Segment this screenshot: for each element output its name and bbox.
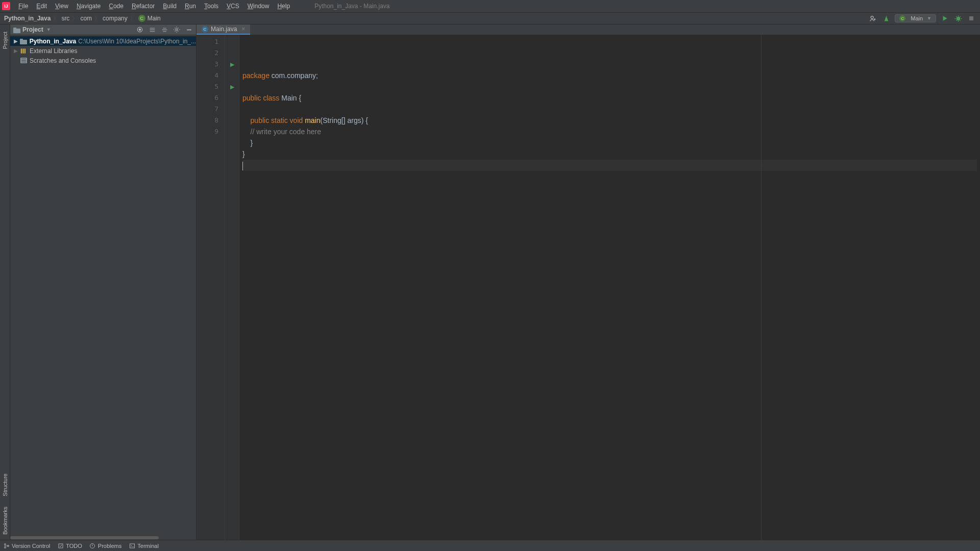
run-gutter-icon[interactable]: ▶ — [230, 84, 234, 90]
scratches-icon — [19, 58, 28, 63]
bookmarks-tool-button[interactable]: Bookmarks — [1, 502, 9, 540]
title-bar: IJ FileEditViewNavigateCodeRefactorBuild… — [0, 0, 980, 12]
breadcrumb-separator-icon: 〉 — [130, 15, 136, 22]
code-line[interactable]: // write your code here — [242, 126, 977, 137]
code-editor[interactable]: package com.company; public class Main {… — [239, 35, 980, 540]
menu-tools[interactable]: Tools — [200, 3, 223, 10]
build-icon[interactable] — [881, 14, 891, 23]
structure-tool-button[interactable]: Structure — [1, 468, 9, 502]
breadcrumb-class[interactable]: Main — [148, 15, 161, 22]
run-config-selector[interactable]: C Main ▼ — [895, 14, 936, 22]
line-number[interactable]: 9 — [197, 126, 225, 137]
project-tool-button[interactable]: Project — [1, 28, 9, 53]
gutter-marker[interactable] — [225, 104, 239, 115]
todo-icon — [57, 542, 64, 549]
breadcrumb-segment[interactable]: src — [61, 15, 69, 22]
code-line[interactable]: public class Main { — [242, 92, 977, 104]
gutter-marker[interactable] — [225, 92, 239, 104]
code-line[interactable] — [242, 81, 977, 92]
terminal-icon — [129, 542, 135, 549]
menu-build[interactable]: Build — [159, 3, 181, 10]
project-tree[interactable]: ▶ Python_in_Java C:\Users\Win 10\IdeaPro… — [10, 35, 196, 536]
root-label: Python_in_Java — [30, 38, 76, 45]
menu-refactor[interactable]: Refactor — [128, 3, 159, 10]
menu-file[interactable]: File — [14, 3, 32, 10]
tree-root-node[interactable]: ▶ Python_in_Java C:\Users\Win 10\IdeaPro… — [10, 36, 196, 46]
tree-external-libraries[interactable]: ▶ External Libraries — [10, 46, 196, 56]
run-button[interactable] — [940, 14, 949, 23]
code-line[interactable]: } — [242, 148, 977, 160]
project-view-title[interactable]: Project — [22, 26, 43, 33]
line-number[interactable]: 7 — [197, 104, 225, 115]
line-number[interactable]: 3 — [197, 59, 225, 70]
expand-all-icon[interactable] — [148, 26, 156, 34]
gutter-marker[interactable] — [225, 115, 239, 126]
breadcrumb-segment[interactable]: company — [103, 15, 128, 22]
folder-icon — [13, 27, 20, 33]
expand-arrow-icon[interactable]: ▶ — [12, 38, 19, 44]
menu-navigate[interactable]: Navigate — [72, 3, 105, 10]
menu-window[interactable]: Window — [243, 3, 274, 10]
line-number[interactable]: 1 — [197, 36, 225, 47]
chevron-down-icon[interactable]: ▼ — [46, 27, 51, 32]
main-content: Project Project ▼ ▶ Python_in_Java — [0, 24, 980, 540]
line-number[interactable]: 4 — [197, 70, 225, 81]
run-config-name: Main — [911, 15, 923, 21]
line-number-gutter[interactable]: 123456789 — [197, 35, 225, 540]
menu-run[interactable]: Run — [181, 3, 200, 10]
breadcrumb-segment[interactable]: Python_in_Java — [4, 15, 51, 22]
editor-tab-main[interactable]: C Main.java × — [197, 24, 250, 35]
editor-area: C Main.java × 123456789 ▶▶ package com.c… — [197, 24, 980, 540]
stop-button[interactable] — [967, 14, 976, 23]
menu-view[interactable]: View — [51, 3, 72, 10]
marker-gutter[interactable]: ▶▶ — [225, 35, 239, 540]
code-line[interactable]: public static void main(String[] args) { — [242, 115, 977, 126]
tree-scrollbar[interactable] — [10, 536, 196, 540]
settings-icon[interactable] — [173, 26, 181, 34]
menu-vcs[interactable]: VCS — [223, 3, 243, 10]
select-opened-file-icon[interactable] — [136, 26, 144, 34]
scratches-label: Scratches and Consoles — [30, 57, 96, 64]
bottom-tool-terminal[interactable]: Terminal — [129, 542, 159, 549]
project-header: Project ▼ — [10, 24, 196, 35]
code-line[interactable]: package com.company; — [242, 70, 977, 81]
gutter-marker[interactable]: ▶ — [225, 81, 239, 92]
gutter-marker[interactable] — [225, 126, 239, 137]
line-number[interactable]: 6 — [197, 92, 225, 104]
hide-icon[interactable] — [185, 26, 193, 34]
external-libs-label: External Libraries — [30, 47, 77, 55]
menu-help[interactable]: Help — [273, 3, 294, 10]
menu-edit[interactable]: Edit — [32, 3, 51, 10]
code-line[interactable] — [242, 104, 977, 115]
project-panel: Project ▼ ▶ Python_in_Java C:\Users\Win … — [10, 24, 197, 540]
debug-button[interactable] — [953, 14, 963, 23]
code-line[interactable] — [242, 160, 977, 171]
code-line[interactable]: } — [242, 137, 977, 148]
expand-arrow-icon[interactable]: ▶ — [12, 48, 19, 54]
user-icon[interactable] — [868, 14, 877, 23]
line-number[interactable]: 5 — [197, 81, 225, 92]
gutter-marker[interactable] — [225, 47, 239, 59]
breadcrumb-separator-icon: 〉 — [94, 15, 100, 22]
breadcrumb-segment[interactable]: com — [80, 15, 92, 22]
bottom-tool-problems[interactable]: Problems — [89, 542, 121, 549]
left-tool-rail: Project — [0, 24, 10, 540]
bottom-tool-version-control[interactable]: Version Control — [3, 542, 50, 549]
line-number[interactable]: 8 — [197, 115, 225, 126]
gutter-marker[interactable] — [225, 36, 239, 47]
java-class-icon: C — [202, 26, 208, 33]
bottom-tool-todo[interactable]: TODO — [57, 542, 82, 549]
navigation-bar: Python_in_Java〉src〉com〉company〉CMain C M… — [0, 12, 980, 24]
gutter-marker[interactable]: ▶ — [225, 59, 239, 70]
line-number[interactable]: 2 — [197, 47, 225, 59]
close-icon[interactable]: × — [241, 26, 245, 33]
gutter-marker[interactable] — [225, 70, 239, 81]
run-gutter-icon[interactable]: ▶ — [230, 61, 234, 68]
svg-point-1 — [957, 17, 960, 20]
collapse-all-icon[interactable] — [160, 26, 168, 34]
version-control-icon — [3, 542, 10, 549]
tree-scratches[interactable]: Scratches and Consoles — [10, 56, 196, 65]
scrollbar-thumb[interactable] — [10, 536, 159, 539]
menu-code[interactable]: Code — [105, 3, 128, 10]
breadcrumb[interactable]: Python_in_Java〉src〉com〉company〉CMain — [4, 15, 868, 22]
